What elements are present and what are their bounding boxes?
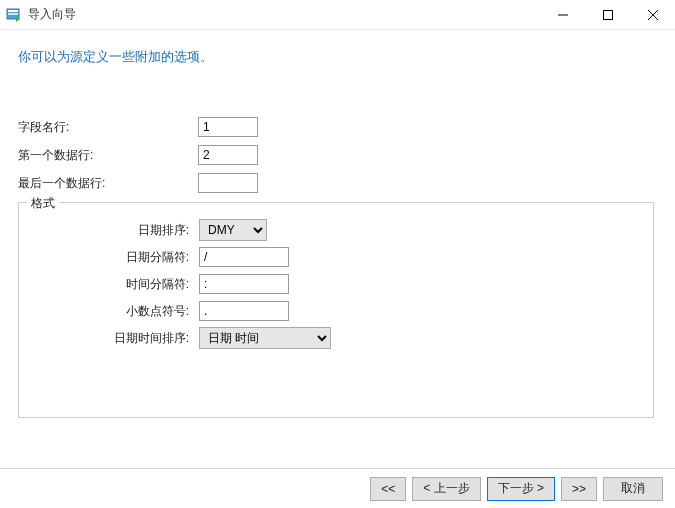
row-date-separator: 日期分隔符: (29, 244, 643, 270)
titlebar: 导入向导 (0, 0, 675, 30)
input-field-name-row[interactable] (198, 117, 258, 137)
input-decimal-symbol[interactable] (199, 301, 289, 321)
maximize-button[interactable] (585, 0, 630, 29)
format-legend: 格式 (27, 195, 59, 212)
row-last-data-row: 最后一个数据行: (18, 170, 657, 196)
svg-rect-4 (603, 10, 612, 19)
label-date-order: 日期排序: (29, 222, 199, 239)
row-decimal-symbol: 小数点符号: (29, 298, 643, 324)
select-date-order[interactable]: DMY (199, 219, 267, 241)
minimize-button[interactable] (540, 0, 585, 29)
label-first-data-row: 第一个数据行: (18, 147, 198, 164)
label-date-separator: 日期分隔符: (29, 249, 199, 266)
label-datetime-order: 日期时间排序: (29, 330, 199, 347)
input-last-data-row[interactable] (198, 173, 258, 193)
input-time-separator[interactable] (199, 274, 289, 294)
input-first-data-row[interactable] (198, 145, 258, 165)
footer: << < 上一步 下一步 > >> 取消 (0, 468, 675, 508)
input-date-separator[interactable] (199, 247, 289, 267)
page-heading: 你可以为源定义一些附加的选项。 (18, 48, 657, 66)
label-decimal-symbol: 小数点符号: (29, 303, 199, 320)
content-area: 你可以为源定义一些附加的选项。 字段名行: 第一个数据行: 最后一个数据行: 格… (0, 30, 675, 418)
row-field-name-row: 字段名行: (18, 114, 657, 140)
select-datetime-order[interactable]: 日期 时间 (199, 327, 331, 349)
next-button[interactable]: 下一步 > (487, 477, 555, 501)
last-button[interactable]: >> (561, 477, 597, 501)
row-date-order: 日期排序: DMY (29, 217, 643, 243)
format-group: 格式 日期排序: DMY 日期分隔符: 时间分隔符: 小数点符号: 日期时间排序… (18, 202, 654, 418)
prev-button[interactable]: < 上一步 (412, 477, 480, 501)
row-time-separator: 时间分隔符: (29, 271, 643, 297)
close-button[interactable] (630, 0, 675, 29)
app-icon (6, 7, 22, 23)
label-last-data-row: 最后一个数据行: (18, 175, 198, 192)
label-field-name-row: 字段名行: (18, 119, 198, 136)
window-title: 导入向导 (28, 6, 76, 23)
cancel-button[interactable]: 取消 (603, 477, 663, 501)
row-first-data-row: 第一个数据行: (18, 142, 657, 168)
window-controls (540, 0, 675, 29)
label-time-separator: 时间分隔符: (29, 276, 199, 293)
svg-rect-2 (8, 13, 18, 15)
first-button[interactable]: << (370, 477, 406, 501)
row-datetime-order: 日期时间排序: 日期 时间 (29, 325, 643, 351)
svg-rect-1 (8, 10, 18, 12)
